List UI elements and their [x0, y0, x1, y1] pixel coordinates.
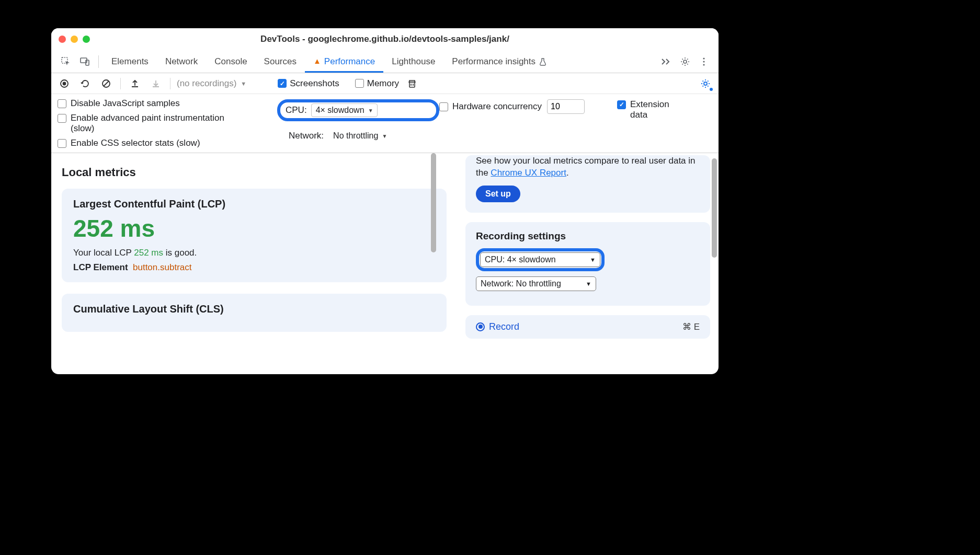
svg-point-12: [704, 82, 707, 85]
field-data-card: See how your local metrics compare to re…: [465, 155, 710, 213]
tab-network-label: Network: [165, 56, 198, 67]
cpu-label: CPU:: [286, 105, 307, 115]
tab-lighthouse-label: Lighthouse: [392, 56, 435, 67]
tab-console[interactable]: Console: [206, 50, 255, 73]
svg-point-8: [63, 82, 66, 85]
svg-point-6: [703, 64, 704, 65]
hardware-concurrency-checkbox[interactable]: Hardware concurrency: [439, 101, 542, 112]
screenshots-label: Screenshots: [290, 78, 339, 89]
record-link[interactable]: Record: [476, 321, 519, 332]
clear-button[interactable]: [98, 76, 114, 91]
tab-performance[interactable]: ▲ Performance: [305, 50, 383, 73]
css-selector-stats-checkbox[interactable]: Enable CSS selector stats (slow): [58, 138, 277, 148]
memory-label: Memory: [367, 78, 399, 89]
crux-link[interactable]: Chrome UX Report: [491, 168, 566, 178]
lcp-card: Largest Contentful Paint (LCP) 252 ms Yo…: [62, 189, 447, 282]
tab-insights-label: Performance insights: [452, 56, 535, 67]
left-scrollbar[interactable]: [431, 153, 436, 252]
tab-performance-insights[interactable]: Performance insights: [443, 50, 555, 73]
flask-icon: [539, 57, 547, 66]
extension-data-checkbox[interactable]: Extension data: [617, 99, 677, 120]
svg-line-10: [104, 81, 109, 86]
svg-point-3: [683, 60, 687, 63]
cls-title: Cumulative Layout Shift (CLS): [73, 303, 435, 315]
save-profile-icon[interactable]: [148, 76, 164, 91]
settings-gear-icon[interactable]: [676, 52, 694, 71]
lcp-description: Your local LCP 252 ms is good.: [73, 248, 435, 258]
disable-js-label: Disable JavaScript samples: [71, 98, 180, 109]
recording-network-select[interactable]: Network: No throttling: [476, 276, 596, 291]
cls-card: Cumulative Layout Shift (CLS): [62, 294, 447, 332]
lcp-element-selector[interactable]: button.subtract: [133, 262, 191, 272]
advanced-paint-label: Enable advanced paint instrumentation (s…: [71, 113, 248, 134]
lcp-title: Largest Contentful Paint (LCP): [73, 198, 435, 210]
device-toolbar-icon[interactable]: [75, 52, 94, 71]
network-label: Network:: [289, 131, 324, 141]
maximize-window-button[interactable]: [83, 36, 90, 43]
field-data-text: See how your local metrics compare to re…: [476, 155, 700, 179]
record-shortcut: ⌘ E: [682, 321, 700, 332]
inspect-element-icon[interactable]: [56, 52, 75, 71]
devtools-window: DevTools - googlechrome.github.io/devtoo…: [51, 28, 719, 374]
capture-settings-icon[interactable]: [698, 76, 713, 91]
record-label: Record: [489, 321, 519, 332]
local-metrics-pane: Local metrics Largest Contentful Paint (…: [51, 153, 457, 374]
record-action-card: Record ⌘ E: [465, 315, 710, 339]
tab-sources-label: Sources: [264, 56, 297, 67]
cpu-select-highlight: CPU: 4× slowdown: [476, 248, 605, 271]
setup-button[interactable]: Set up: [476, 186, 520, 202]
tab-sources[interactable]: Sources: [256, 50, 305, 73]
tab-elements[interactable]: Elements: [103, 50, 157, 73]
record-button[interactable]: [56, 76, 72, 91]
recordings-dropdown[interactable]: (no recordings) ▼: [177, 78, 246, 89]
svg-rect-11: [409, 82, 415, 87]
recordings-label: (no recordings): [177, 78, 236, 89]
reload-record-button[interactable]: [77, 76, 93, 91]
window-title: DevTools - googlechrome.github.io/devtoo…: [51, 34, 719, 44]
load-profile-icon[interactable]: [127, 76, 143, 91]
performance-body: Local metrics Largest Contentful Paint (…: [51, 153, 719, 374]
panel-tabstrip: Elements Network Console Sources ▲ Perfo…: [51, 50, 719, 73]
disable-js-samples-checkbox[interactable]: Disable JavaScript samples: [58, 98, 277, 109]
cpu-value: 4× slowdown: [316, 106, 364, 114]
local-metrics-heading: Local metrics: [62, 166, 447, 179]
memory-checkbox[interactable]: Memory: [355, 78, 399, 89]
recording-settings-card: Recording settings CPU: 4× slowdown Netw…: [465, 222, 710, 306]
close-window-button[interactable]: [59, 36, 66, 43]
recording-cpu-select[interactable]: CPU: 4× slowdown: [480, 252, 600, 267]
lcp-element-row: LCP Element button.subtract: [73, 262, 435, 273]
tab-elements-label: Elements: [111, 56, 149, 67]
chevron-down-icon: ▼: [241, 80, 246, 87]
advanced-paint-checkbox[interactable]: Enable advanced paint instrumentation (s…: [58, 113, 277, 134]
network-value: No throttling: [333, 131, 378, 140]
tab-lighthouse[interactable]: Lighthouse: [383, 50, 443, 73]
garbage-collect-icon[interactable]: [404, 76, 420, 91]
titlebar: DevTools - googlechrome.github.io/devtoo…: [51, 28, 719, 50]
network-throttling-select[interactable]: No throttling: [329, 130, 391, 142]
extension-data-label: Extension data: [630, 99, 677, 120]
screenshots-checkbox[interactable]: Screenshots: [278, 78, 339, 89]
recording-settings-heading: Recording settings: [476, 230, 700, 242]
cls-value: [73, 319, 435, 323]
svg-point-5: [703, 61, 704, 62]
cpu-throttling-select[interactable]: 4× slowdown: [311, 103, 378, 117]
warning-icon: ▲: [313, 56, 321, 65]
lcp-element-label: LCP Element: [73, 262, 128, 272]
tab-network[interactable]: Network: [157, 50, 206, 73]
right-scrollbar[interactable]: [712, 158, 717, 258]
tab-console-label: Console: [214, 56, 247, 67]
performance-toolbar: (no recordings) ▼ Screenshots Memory: [51, 73, 719, 94]
more-tabs-icon[interactable]: [657, 52, 676, 71]
minimize-window-button[interactable]: [71, 36, 78, 43]
capture-settings-panel: Disable JavaScript samples Enable advanc…: [51, 94, 719, 153]
lcp-value: 252 ms: [73, 214, 435, 242]
record-icon: [476, 322, 485, 331]
hw-concurrency-label: Hardware concurrency: [452, 101, 542, 112]
window-controls: [59, 36, 90, 43]
css-stats-label: Enable CSS selector stats (slow): [71, 138, 200, 148]
cpu-throttling-highlight: CPU: 4× slowdown: [277, 99, 439, 121]
hardware-concurrency-input[interactable]: [547, 99, 585, 114]
kebab-menu-icon[interactable]: [694, 52, 713, 71]
svg-point-4: [703, 57, 704, 59]
sidebar-pane: See how your local metrics compare to re…: [457, 153, 719, 374]
